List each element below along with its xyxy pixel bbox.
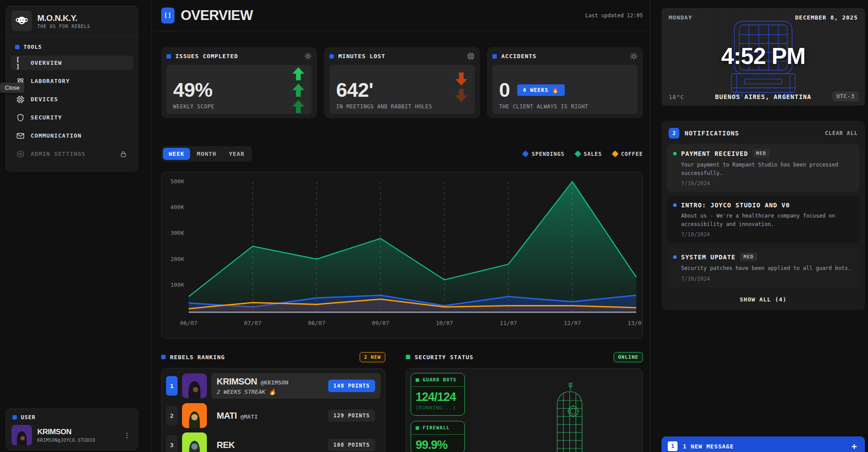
tools-section: TOOLS [ ] OVERVIEW LABORATORY xyxy=(6,36,138,171)
legend-coffee[interactable]: COFFEE xyxy=(613,151,643,157)
priority-badge: MED xyxy=(753,149,770,158)
kebab-menu-icon[interactable]: ⋮ xyxy=(122,429,132,441)
rebel-name: MATI xyxy=(217,411,237,420)
notification-date: 7/10/2024 xyxy=(681,180,853,186)
stat-caption: THE CLIENT ALWAYS IS RIGHT xyxy=(499,103,588,110)
rebels-ranking: REBELS RANKING 2 NEW 1 KRIMSON@KRIMSON 2… xyxy=(161,350,385,452)
notification-item[interactable]: SYSTEM UPDATE MED Security patches have … xyxy=(667,247,860,287)
stat-title: MINUTES LOST xyxy=(338,53,385,59)
notification-body: About us - We're a healthcare company fo… xyxy=(681,212,853,228)
new-message-bar[interactable]: 1 1 NEW MESSAGE + xyxy=(662,436,865,452)
sidebar-item-label: SECURITY xyxy=(31,114,62,121)
legend-label: SPENDINGS xyxy=(531,151,564,157)
ranking-row[interactable]: 2 MATI@MATI 129 POINTS xyxy=(166,403,380,428)
avatar xyxy=(182,403,207,428)
notification-date: 7/10/2024 xyxy=(681,231,853,238)
sidebar-item-devices[interactable]: DEVICES xyxy=(11,92,133,107)
guard-bots-value: 124/124 xyxy=(411,387,464,405)
gear-hex-icon xyxy=(16,150,25,158)
rebel-handle: @MATI xyxy=(240,413,258,420)
green-square-icon xyxy=(416,426,419,430)
streak-badge: 4 WEEKS 🔥 xyxy=(517,84,565,96)
notification-date: 7/10/2024 xyxy=(681,276,853,282)
clear-all-button[interactable]: CLEAR ALL xyxy=(825,130,858,136)
tab-year[interactable]: YEAR xyxy=(223,148,250,160)
page-title: OVERVIEW xyxy=(181,8,253,24)
guard-bots-state: [RUNNING...] xyxy=(411,405,464,415)
ranking-info-panel: KRIMSON@KRIMSON 2 WEEKS STREAK 🔥 148 POI… xyxy=(211,373,380,399)
sidebar-item-admin-settings[interactable]: ADMIN SETTINGS xyxy=(11,147,133,161)
sidebar-item-laboratory[interactable]: LABORATORY xyxy=(11,74,133,88)
legend-spendings[interactable]: SPENDINGS xyxy=(523,151,564,157)
new-badge: 2 NEW xyxy=(360,352,385,362)
blue-square-icon xyxy=(161,355,166,359)
sidebar-item-communication[interactable]: COMMUNICATION xyxy=(11,128,133,143)
guard-bots-label: GUARD BOTS xyxy=(423,377,456,383)
svg-text:12/07: 12/07 xyxy=(563,320,581,326)
sun-icon[interactable] xyxy=(630,52,638,60)
monkey-logo-icon xyxy=(12,11,32,31)
blue-square-icon xyxy=(329,54,334,59)
notification-item[interactable]: PAYMENT RECEIVED MED Your payment to Ram… xyxy=(667,144,860,192)
sidebar-item-overview[interactable]: [ ] OVERVIEW xyxy=(11,56,133,70)
ranking-row[interactable]: 1 KRIMSON@KRIMSON 2 WEEKS STREAK 🔥 148 P… xyxy=(166,373,380,399)
clock-widget: MONDAY DECEMBER 8, 2025 4:52 PM 18°C BUE… xyxy=(662,8,865,106)
avatar xyxy=(182,373,207,398)
security-panel: GUARD BOTS 124/124 [RUNNING...] FIREWALL… xyxy=(406,368,643,452)
message-text: 1 NEW MESSAGE xyxy=(683,443,734,450)
tab-month[interactable]: MONTH xyxy=(191,148,222,160)
security-title: SECURITY STATUS xyxy=(415,354,473,361)
notification-item[interactable]: INTRO: JOYCO STUDIO AND V0 About us - We… xyxy=(667,196,860,243)
stat-card-accidents: ACCIDENTS 0 4 WEEKS 🔥 THE CLIENT ALWAYS … xyxy=(487,47,643,118)
chip-icon[interactable] xyxy=(467,52,475,60)
app-tagline: THE OS FOR REBELS xyxy=(37,24,90,29)
rank-badge: 3 xyxy=(166,435,178,452)
lock-icon xyxy=(119,151,128,158)
svg-text:06/07: 06/07 xyxy=(180,320,197,326)
stat-cards-row: ISSUES COMPLETED 49% WEEKLY SCOPE xyxy=(152,31,650,118)
firewall-terminal: FIREWALL 99.9% xyxy=(411,421,465,452)
plus-icon[interactable]: + xyxy=(850,441,859,452)
close-tooltip: Close xyxy=(0,83,24,93)
bottom-section: REBELS RANKING 2 NEW 1 KRIMSON@KRIMSON 2… xyxy=(152,339,650,452)
notifications-count-badge: 2 xyxy=(669,128,679,139)
user-email: KRIMSON@JOYCO.STUDIO xyxy=(37,438,95,443)
green-square-icon xyxy=(416,378,419,382)
tab-week[interactable]: WEEK xyxy=(163,148,190,160)
svg-text:11/07: 11/07 xyxy=(499,320,517,326)
stat-panel: 0 4 WEEKS 🔥 THE CLIENT ALWAYS IS RIGHT xyxy=(492,65,638,114)
svg-text:100K: 100K xyxy=(170,282,184,288)
notification-body: Your payment to Rampant Studio has been … xyxy=(681,161,853,177)
chart-controls: WEEK MONTH YEAR SPENDINGS SALES COFFEE xyxy=(152,118,650,162)
sidebar-item-label: COMMUNICATION xyxy=(31,132,82,139)
rebel-name: KRIMSON xyxy=(217,377,257,386)
show-all-button[interactable]: SHOW ALL (4) xyxy=(667,292,860,305)
svg-text:10/07: 10/07 xyxy=(436,320,453,326)
guard-bots-terminal: GUARD BOTS 124/124 [RUNNING...] xyxy=(411,373,465,416)
gear-icon[interactable] xyxy=(304,52,312,60)
app-window: M.O.N.K.Y. THE OS FOR REBELS TOOLS [ ] O… xyxy=(0,0,868,452)
message-count-badge: 1 xyxy=(668,441,678,451)
stat-caption: IN MEETINGS AND RABBIT HOLES xyxy=(336,103,432,110)
ranking-info-panel: REK 108 POINTS xyxy=(211,432,380,452)
user-label: USER xyxy=(21,414,36,420)
notification-title: INTRO: JOYCO STUDIO AND V0 xyxy=(681,202,790,209)
user-name: KRIMSON xyxy=(37,428,95,436)
legend-sales[interactable]: SALES xyxy=(575,151,602,157)
ranking-row[interactable]: 3 REK 108 POINTS xyxy=(166,432,380,452)
svg-text:500K: 500K xyxy=(170,178,184,185)
stat-title: ACCIDENTS xyxy=(501,53,536,59)
main-content: [] OVERVIEW Last updated 12:05 ISSUES CO… xyxy=(151,0,650,452)
trend-down-arrows-icon xyxy=(454,72,468,103)
online-badge: ONLINE xyxy=(614,352,643,362)
sidebar-item-label: ADMIN SETTINGS xyxy=(31,151,86,157)
user-card[interactable]: KRIMSON KRIMSON@JOYCO.STUDIO ⋮ xyxy=(12,425,132,445)
firewall-value: 99.9% xyxy=(411,435,464,452)
rank-badge: 2 xyxy=(166,406,178,425)
page-header: [] OVERVIEW Last updated 12:05 xyxy=(152,0,650,31)
trend-up-arrows-icon xyxy=(291,67,305,114)
security-status: SECURITY STATUS ONLINE GUARD BOTS 124/12… xyxy=(406,350,643,452)
sidebar-item-security[interactable]: SECURITY xyxy=(11,110,133,125)
svg-text:08/07: 08/07 xyxy=(308,320,325,326)
blue-square-icon xyxy=(166,54,171,59)
